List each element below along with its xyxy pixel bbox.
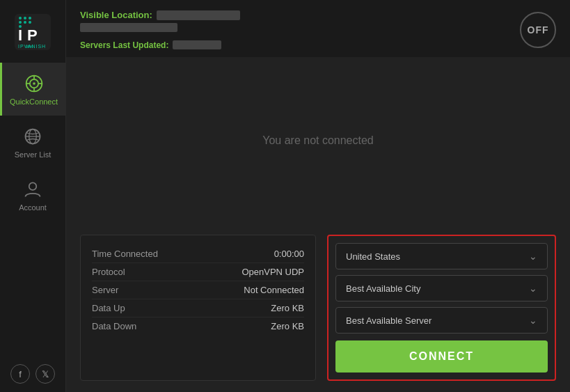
svg-point-1 — [19, 17, 22, 19]
sidebar-item-server-list[interactable]: Server List — [0, 116, 65, 168]
stat-row-server: Server Not Connected — [92, 281, 304, 299]
connect-button[interactable]: CONNECT — [335, 340, 548, 373]
stat-row-time: Time Connected 0:00:00 — [92, 245, 304, 263]
facebook-icon[interactable]: f — [10, 364, 30, 384]
sidebar-item-account-label: Account — [19, 203, 47, 212]
stat-row-protocol: Protocol OpenVPN UDP — [92, 263, 304, 281]
svg-point-2 — [24, 17, 26, 19]
svg-point-4 — [19, 21, 22, 24]
servers-updated-row: Servers Last Updated: — [80, 39, 240, 50]
servers-updated-value — [173, 40, 221, 49]
stat-label-data-up: Data Up — [92, 303, 125, 313]
server-chevron-icon: ⌄ — [529, 315, 537, 326]
svg-text:VPN: VPN — [26, 45, 33, 49]
sidebar-item-account[interactable]: Account — [0, 168, 65, 221]
servers-updated-label: Servers Last Updated: — [80, 40, 168, 50]
svg-text:I: I — [18, 26, 22, 44]
not-connected-text: You are not connected — [262, 134, 374, 147]
svg-text:P: P — [27, 26, 38, 44]
center-area: You are not connected — [66, 57, 570, 224]
server-dropdown-value: Best Available Server — [346, 315, 432, 326]
twitter-icon[interactable]: 𝕏 — [35, 364, 55, 384]
power-button[interactable]: OFF — [520, 12, 556, 48]
city-dropdown[interactable]: Best Available City ⌄ — [335, 275, 548, 301]
controls-box: United States ⌄ Best Available City ⌄ Be… — [327, 235, 556, 381]
social-icons: f 𝕏 — [10, 356, 55, 392]
main-content: Visible Location: Servers Last Updated: … — [66, 0, 570, 392]
server-list-icon — [22, 125, 44, 148]
stat-value-data-up: Zero KB — [271, 303, 304, 313]
svg-point-6 — [29, 21, 31, 24]
city-chevron-icon: ⌄ — [529, 283, 537, 294]
stat-label-server: Server — [92, 285, 118, 295]
stat-value-data-down: Zero KB — [271, 321, 304, 331]
stat-row-data-up: Data Up Zero KB — [92, 299, 304, 317]
stat-value-protocol: OpenVPN UDP — [242, 267, 304, 277]
svg-point-5 — [24, 21, 26, 24]
sidebar-item-server-list-label: Server List — [15, 150, 52, 159]
stat-value-server: Not Connected — [244, 285, 304, 295]
city-dropdown-value: Best Available City — [346, 283, 420, 294]
sidebar-nav: QuickConnect Server List — [0, 63, 65, 356]
visible-location-label: Visible Location: — [80, 10, 152, 20]
stat-value-time: 0:00:00 — [274, 249, 304, 259]
country-chevron-icon: ⌄ — [529, 251, 537, 262]
country-dropdown[interactable]: United States ⌄ — [335, 243, 548, 269]
header-info: Visible Location: Servers Last Updated: — [80, 10, 240, 50]
visible-location-value — [157, 10, 240, 20]
ipvanish-logo: P I IPVANISH VPN — [15, 14, 51, 50]
visible-location-row: Visible Location: — [80, 10, 240, 20]
account-icon — [22, 178, 44, 201]
logo-area: P I IPVANISH VPN — [0, 7, 65, 63]
stat-label-protocol: Protocol — [92, 267, 125, 277]
ip-row — [80, 22, 240, 35]
server-dropdown[interactable]: Best Available Server ⌄ — [335, 307, 548, 334]
ip-value — [80, 23, 177, 32]
sidebar-item-quickconnect[interactable]: QuickConnect — [0, 63, 65, 116]
stat-label-data-down: Data Down — [92, 321, 136, 331]
svg-point-14 — [33, 82, 35, 85]
country-dropdown-value: United States — [346, 251, 400, 262]
sidebar-item-quickconnect-label: QuickConnect — [10, 97, 58, 106]
svg-point-3 — [29, 17, 31, 19]
quickconnect-icon — [23, 72, 45, 95]
stats-box: Time Connected 0:00:00 Protocol OpenVPN … — [80, 235, 316, 381]
svg-point-22 — [29, 182, 37, 190]
sidebar: P I IPVANISH VPN QuickConnect — [0, 0, 66, 392]
stat-row-data-down: Data Down Zero KB — [92, 317, 304, 335]
header: Visible Location: Servers Last Updated: … — [66, 0, 570, 57]
bottom-panel: Time Connected 0:00:00 Protocol OpenVPN … — [66, 224, 570, 392]
stat-label-time: Time Connected — [92, 249, 158, 259]
